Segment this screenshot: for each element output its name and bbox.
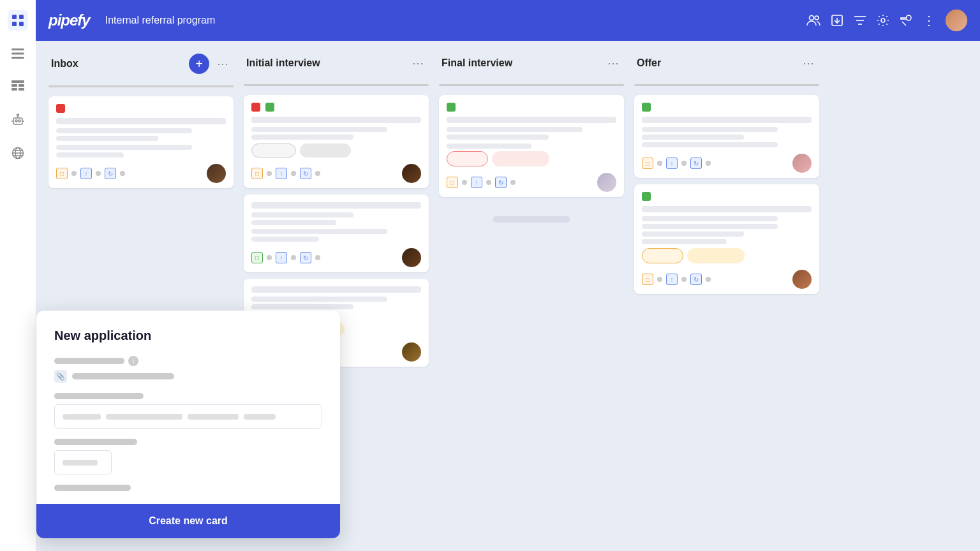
card-dot bbox=[267, 171, 272, 176]
card-dot bbox=[706, 161, 711, 166]
column-more-initial[interactable]: ⋯ bbox=[410, 54, 426, 73]
attach-icon[interactable]: 📎 bbox=[54, 370, 67, 383]
card-tags bbox=[642, 192, 812, 201]
wrench-icon[interactable] bbox=[900, 14, 912, 27]
user-avatar[interactable] bbox=[946, 10, 967, 31]
card-icon-cal[interactable]: □ bbox=[642, 158, 653, 169]
field2-input[interactable] bbox=[54, 450, 112, 474]
empty-state bbox=[439, 203, 624, 235]
card-line bbox=[251, 220, 336, 225]
attach-bar bbox=[72, 373, 174, 379]
column-more-final[interactable]: ⋯ bbox=[605, 54, 621, 73]
column-more-offer[interactable]: ⋯ bbox=[800, 54, 817, 73]
card-icon-cal[interactable]: □ bbox=[251, 168, 263, 179]
input-placeholder-3 bbox=[188, 414, 239, 420]
card-icon-cal[interactable]: □ bbox=[642, 274, 653, 285]
card-tag-green bbox=[447, 103, 456, 112]
column-title-inbox: Inbox bbox=[51, 58, 184, 70]
card-icon-att[interactable]: ↑ bbox=[666, 158, 678, 169]
card-line bbox=[251, 127, 387, 132]
svg-rect-2 bbox=[12, 22, 17, 26]
column-underline-initial bbox=[244, 84, 429, 86]
card-icon-cal[interactable]: □ bbox=[447, 177, 458, 188]
column-offer: Offer ⋯ □ ↑ ↻ bbox=[634, 54, 819, 538]
column-final-interview: Final interview ⋯ □ bbox=[439, 54, 624, 538]
sidebar-item-globe[interactable] bbox=[8, 143, 28, 163]
card-icon-att[interactable]: ↑ bbox=[471, 177, 482, 188]
card-line bbox=[642, 206, 812, 212]
header-more-icon[interactable]: ⋮ bbox=[923, 13, 935, 28]
card-dot bbox=[706, 277, 711, 282]
users-icon[interactable] bbox=[806, 15, 820, 26]
svg-point-31 bbox=[881, 18, 885, 22]
card-icon-calendar[interactable]: □ bbox=[56, 168, 68, 179]
card-dot-1 bbox=[71, 171, 77, 176]
card-action-icons: □ ↑ ↻ bbox=[642, 158, 711, 169]
modal-body: New application i 📎 bbox=[36, 311, 340, 504]
card-dot bbox=[681, 277, 687, 282]
svg-rect-8 bbox=[11, 84, 17, 87]
input-placeholder-5 bbox=[63, 460, 98, 466]
pipe-title: Internal referral program bbox=[105, 15, 806, 26]
sidebar-item-grid[interactable] bbox=[8, 10, 28, 31]
card-line bbox=[642, 127, 778, 132]
card-pill-orange-outline bbox=[642, 248, 683, 263]
card-final-1: □ ↑ ↻ bbox=[439, 95, 624, 197]
card-line bbox=[251, 212, 353, 217]
svg-rect-0 bbox=[12, 15, 17, 19]
card-avatar bbox=[402, 164, 421, 183]
card-avatar bbox=[792, 154, 812, 173]
card-line bbox=[251, 135, 353, 140]
card-dot bbox=[681, 161, 687, 166]
card-icon-refresh[interactable]: ↻ bbox=[105, 168, 116, 179]
modal-title: New application bbox=[54, 328, 322, 343]
column-header-final: Final interview ⋯ bbox=[439, 54, 624, 78]
filter-icon[interactable] bbox=[854, 15, 866, 26]
card-icon-att[interactable]: ↑ bbox=[276, 252, 287, 263]
import-icon[interactable] bbox=[831, 14, 843, 27]
card-footer: □ ↑ ↻ bbox=[642, 270, 812, 289]
field1-input[interactable] bbox=[54, 404, 322, 429]
card-icon-ref[interactable]: ↻ bbox=[690, 158, 702, 169]
card-line bbox=[56, 118, 226, 124]
card-initial-1: □ ↑ ↻ bbox=[244, 95, 429, 188]
card-icon-attachment[interactable]: ↑ bbox=[80, 168, 92, 179]
column-title-offer: Offer bbox=[637, 57, 795, 69]
sidebar-item-robot[interactable] bbox=[8, 110, 28, 130]
svg-rect-1 bbox=[19, 15, 24, 19]
sidebar-item-list[interactable] bbox=[8, 43, 28, 64]
card-icon-ref[interactable]: ↻ bbox=[300, 252, 311, 263]
svg-rect-3 bbox=[19, 22, 24, 26]
card-tags bbox=[642, 103, 812, 112]
sidebar-item-table[interactable] bbox=[8, 77, 28, 97]
card-line bbox=[447, 135, 549, 140]
header: pipefy Internal referral program bbox=[36, 0, 980, 41]
card-line bbox=[251, 237, 319, 242]
card-icon-att[interactable]: ↑ bbox=[666, 274, 678, 285]
card-icon-ref[interactable]: ↻ bbox=[690, 274, 702, 285]
settings-icon[interactable] bbox=[877, 14, 889, 27]
card-icon-ref[interactable]: ↻ bbox=[300, 168, 311, 179]
svg-rect-13 bbox=[15, 120, 17, 122]
card-action-icons: □ ↑ ↻ bbox=[447, 177, 516, 188]
svg-rect-12 bbox=[13, 118, 22, 124]
card-icon-green[interactable]: □ bbox=[251, 252, 263, 263]
card-tag-red bbox=[56, 104, 65, 113]
card-dot bbox=[291, 255, 296, 260]
card-footer: □ ↑ ↻ bbox=[251, 164, 421, 183]
card-line bbox=[56, 152, 124, 158]
info-icon[interactable]: i bbox=[128, 356, 138, 366]
add-card-button-inbox[interactable]: + bbox=[189, 54, 209, 74]
card-line bbox=[642, 224, 778, 229]
card-icon-att[interactable]: ↑ bbox=[276, 168, 287, 179]
card-avatar bbox=[402, 248, 421, 267]
card-line bbox=[251, 297, 387, 302]
create-card-button[interactable]: Create new card bbox=[149, 515, 228, 527]
svg-rect-4 bbox=[11, 48, 24, 50]
card-action-icons: □ ↑ ↻ bbox=[56, 168, 125, 179]
card-inbox-1: □ ↑ ↻ bbox=[48, 96, 234, 188]
column-more-inbox[interactable]: ⋯ bbox=[214, 54, 231, 73]
svg-rect-14 bbox=[19, 120, 20, 122]
card-footer: □ ↑ ↻ bbox=[642, 154, 812, 173]
card-icon-ref[interactable]: ↻ bbox=[495, 177, 507, 188]
